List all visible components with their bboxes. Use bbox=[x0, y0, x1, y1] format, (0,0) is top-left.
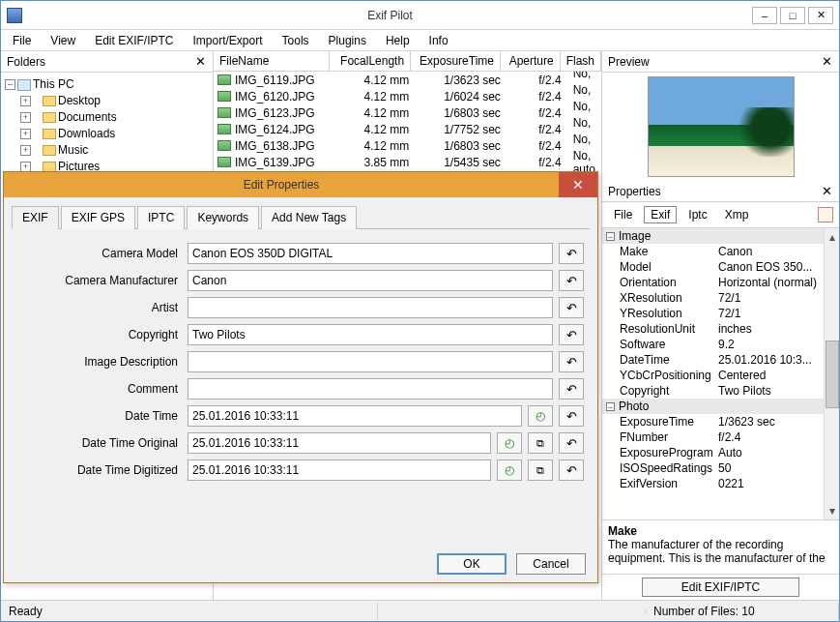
table-row[interactable]: IMG_6138.JPG4.12 mm1/6803 secf/2.4No, au… bbox=[214, 137, 601, 154]
undo-icon[interactable]: ↶ bbox=[559, 351, 584, 372]
properties-list[interactable]: –ImageMakeCanonModelCanon EOS 350...Orie… bbox=[602, 228, 839, 519]
file-grid-header[interactable]: FileNameFocalLengthExposureTimeApertureF… bbox=[214, 51, 601, 72]
dialog-close-button[interactable]: ✕ bbox=[559, 172, 597, 197]
property-row[interactable]: ISOSpeedRatings50 bbox=[602, 460, 824, 476]
undo-icon[interactable]: ↶ bbox=[559, 405, 584, 427]
properties-tab-xmp[interactable]: Xmp bbox=[719, 207, 755, 222]
menu-file[interactable]: File bbox=[5, 32, 39, 49]
undo-icon[interactable]: ↶ bbox=[559, 459, 584, 481]
menu-info[interactable]: Info bbox=[421, 32, 456, 49]
property-group[interactable]: –Photo bbox=[602, 399, 824, 414]
clock-icon[interactable]: ◴ bbox=[497, 432, 522, 454]
scroll-down-icon[interactable]: ▾ bbox=[829, 504, 835, 518]
close-button[interactable]: ✕ bbox=[808, 7, 833, 24]
clock-icon[interactable]: ◴ bbox=[497, 459, 522, 481]
property-row[interactable]: YResolution72/1 bbox=[602, 306, 824, 321]
minimize-button[interactable]: – bbox=[752, 7, 777, 24]
copy-icon[interactable]: ⧉ bbox=[528, 459, 553, 481]
property-row[interactable]: ExifVersion0221 bbox=[602, 476, 824, 491]
property-row[interactable]: FNumberf/2.4 bbox=[602, 429, 824, 445]
table-row[interactable]: IMG_6119.JPG4.12 mm1/3623 secf/2.4No, au… bbox=[214, 72, 601, 88]
field-input[interactable] bbox=[188, 351, 553, 372]
copy-icon[interactable]: ⧉ bbox=[528, 432, 553, 454]
column-header[interactable]: ExposureTime bbox=[411, 51, 501, 71]
dialog-tab-exif[interactable]: EXIF bbox=[12, 206, 59, 229]
title-bar[interactable]: Exif Pilot – □ ✕ bbox=[1, 1, 839, 30]
menu-help[interactable]: Help bbox=[378, 32, 418, 49]
properties-tab-iptc[interactable]: Iptc bbox=[682, 207, 712, 222]
field-input[interactable] bbox=[188, 432, 491, 454]
expand-icon[interactable]: + bbox=[20, 112, 31, 123]
ok-button[interactable]: OK bbox=[437, 553, 507, 575]
column-header[interactable]: FocalLength bbox=[330, 51, 411, 71]
properties-tab-file[interactable]: File bbox=[608, 207, 638, 222]
expand-icon[interactable]: + bbox=[20, 96, 31, 106]
menu-tools[interactable]: Tools bbox=[275, 32, 317, 49]
tree-item[interactable]: +Documents bbox=[3, 109, 211, 126]
dialog-tab-add-new-tags[interactable]: Add New Tags bbox=[261, 206, 357, 229]
field-input[interactable] bbox=[188, 243, 553, 264]
table-row[interactable]: IMG_6123.JPG4.12 mm1/6803 secf/2.4No, au… bbox=[214, 104, 601, 121]
property-group[interactable]: –Image bbox=[602, 228, 824, 244]
undo-icon[interactable]: ↶ bbox=[559, 378, 584, 400]
field-input[interactable] bbox=[188, 297, 553, 318]
property-row[interactable]: DateTime25.01.2016 10:3... bbox=[602, 352, 824, 368]
tree-root[interactable]: – This PC bbox=[3, 76, 211, 93]
menu-plugins[interactable]: Plugins bbox=[321, 32, 374, 49]
property-row[interactable]: ResolutionUnitinches bbox=[602, 321, 824, 337]
maximize-button[interactable]: □ bbox=[780, 7, 805, 24]
field-input[interactable] bbox=[188, 270, 553, 291]
folders-close-icon[interactable]: ✕ bbox=[193, 54, 207, 69]
properties-tab-exif[interactable]: Exif bbox=[644, 206, 677, 223]
dialog-tab-keywords[interactable]: Keywords bbox=[187, 206, 259, 229]
property-row[interactable]: OrientationHorizontal (normal) bbox=[602, 275, 824, 290]
property-row[interactable]: ExposureTime1/3623 sec bbox=[602, 414, 824, 429]
column-header[interactable]: FileName bbox=[214, 51, 330, 71]
field-input[interactable] bbox=[188, 405, 522, 427]
table-row[interactable]: IMG_6120.JPG4.12 mm1/6024 secf/2.4No, au… bbox=[214, 88, 601, 104]
collapse-icon[interactable]: – bbox=[5, 79, 15, 90]
clock-icon[interactable]: ◴ bbox=[528, 405, 553, 427]
field-input[interactable] bbox=[188, 459, 491, 481]
dialog-tab-exif-gps[interactable]: EXIF GPS bbox=[61, 206, 135, 229]
field-input[interactable] bbox=[188, 378, 553, 400]
undo-icon[interactable]: ↶ bbox=[559, 243, 584, 264]
preview-close-icon[interactable]: ✕ bbox=[820, 54, 833, 69]
folders-header: Folders ✕ bbox=[1, 51, 213, 73]
property-row[interactable]: YCbCrPositioningCentered bbox=[602, 368, 824, 383]
column-header[interactable]: Aperture bbox=[501, 51, 561, 71]
undo-icon[interactable]: ↶ bbox=[559, 297, 584, 318]
edit-exif-button[interactable]: Edit EXIF/IPTC bbox=[642, 578, 799, 597]
dialog-title-bar[interactable]: Edit Properties ✕ bbox=[4, 172, 597, 197]
menu-view[interactable]: View bbox=[43, 32, 83, 49]
menu-import-export[interactable]: Import/Export bbox=[186, 32, 271, 49]
property-row[interactable]: ModelCanon EOS 350... bbox=[602, 259, 824, 275]
property-row[interactable]: ExposureProgramAuto bbox=[602, 445, 824, 460]
undo-icon[interactable]: ↶ bbox=[559, 432, 584, 454]
table-row[interactable]: IMG_6139.JPG3.85 mm1/5435 secf/2.4No, au… bbox=[214, 154, 601, 170]
menu-edit-exif-iptc[interactable]: Edit EXIF/IPTC bbox=[87, 32, 181, 49]
cancel-button[interactable]: Cancel bbox=[516, 553, 586, 575]
column-header[interactable]: Flash bbox=[561, 51, 601, 71]
property-row[interactable]: Software9.2 bbox=[602, 337, 824, 352]
table-row[interactable]: IMG_6124.JPG4.12 mm1/7752 secf/2.4No, au… bbox=[214, 121, 601, 137]
scroll-up-icon[interactable]: ▴ bbox=[829, 230, 835, 244]
scroll-thumb[interactable] bbox=[826, 341, 839, 408]
properties-tool-icon[interactable] bbox=[818, 207, 833, 222]
property-row[interactable]: CopyrightTwo Pilots bbox=[602, 383, 824, 399]
dialog-tab-iptc[interactable]: IPTC bbox=[137, 206, 185, 229]
expand-icon[interactable]: + bbox=[20, 129, 31, 139]
expand-icon[interactable]: + bbox=[20, 145, 31, 156]
undo-icon[interactable]: ↶ bbox=[559, 324, 584, 345]
collapse-icon[interactable]: – bbox=[606, 232, 615, 241]
properties-scrollbar[interactable]: ▴ ▾ bbox=[824, 228, 839, 519]
undo-icon[interactable]: ↶ bbox=[559, 270, 584, 291]
field-input[interactable] bbox=[188, 324, 553, 345]
property-row[interactable]: XResolution72/1 bbox=[602, 290, 824, 306]
properties-close-icon[interactable]: ✕ bbox=[820, 184, 833, 198]
collapse-icon[interactable]: – bbox=[606, 402, 615, 411]
tree-item[interactable]: +Music bbox=[3, 142, 211, 159]
property-row[interactable]: MakeCanon bbox=[602, 244, 824, 259]
tree-item[interactable]: +Desktop bbox=[3, 93, 211, 109]
tree-item[interactable]: +Downloads bbox=[3, 126, 211, 142]
